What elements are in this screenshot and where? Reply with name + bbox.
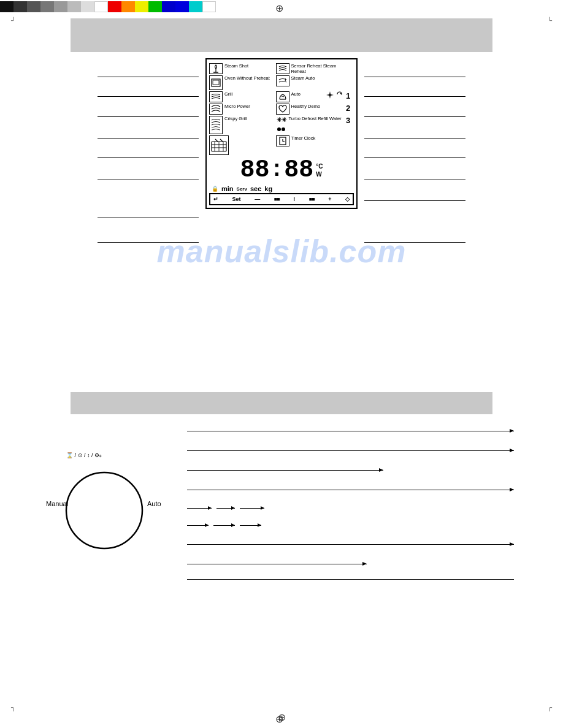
icon-grill-plate bbox=[209, 135, 229, 155]
dial-circle[interactable] bbox=[61, 468, 147, 556]
label-healthy-demo: Healthy Demo bbox=[291, 104, 343, 109]
ptr-left-5 bbox=[98, 157, 199, 158]
func-steam-auto: Steam Auto bbox=[276, 75, 343, 86]
svg-point-7 bbox=[282, 127, 285, 131]
ptr-left-6 bbox=[98, 180, 199, 180]
label-auto: Auto bbox=[291, 91, 323, 97]
color-gray3 bbox=[54, 1, 67, 12]
func-row-3: Grill Auto 1 bbox=[209, 91, 354, 102]
label-sensor-reheat: Sensor Reheat Steam Reheat bbox=[291, 63, 343, 74]
arrow-line-7 bbox=[187, 555, 514, 573]
icon-timer-clock bbox=[276, 135, 289, 146]
gray-band-top bbox=[71, 18, 492, 52]
bottom-text-row: 🔒 min Serv sec kg bbox=[209, 184, 354, 193]
ctrl-segments-1: ■■ bbox=[274, 196, 280, 202]
color-blue2 bbox=[175, 1, 189, 12]
ptr-left-4 bbox=[98, 138, 199, 138]
label-min: min bbox=[221, 185, 234, 192]
arrow-line-1 bbox=[187, 422, 514, 440]
arrow-head-2 bbox=[510, 449, 514, 452]
lcd-panel: Steam Shot Sensor Reheat Steam Reheat bbox=[205, 58, 358, 209]
func-row-5: Crispy Grill ✳✳ Turbo Defrost Refill Wat… bbox=[209, 116, 354, 134]
ctrl-segments-2: ■■ bbox=[309, 196, 315, 202]
arrow-head-6 bbox=[510, 542, 514, 546]
color-gray4 bbox=[67, 1, 81, 12]
ctrl-separator: ! bbox=[293, 196, 295, 202]
arrow-head-3 bbox=[379, 468, 383, 472]
arrow-line-1-line bbox=[187, 431, 514, 431]
mini-arrowhead-4 bbox=[205, 523, 209, 527]
ctrl-set[interactable]: Set bbox=[232, 196, 241, 202]
func-row-4: Micro Power Healthy Demo 2 bbox=[209, 104, 354, 115]
ptr-left-2 bbox=[98, 96, 199, 97]
label-steam-shot: Steam Shot bbox=[224, 63, 276, 69]
func-turbo-defrost: ✳✳ Turbo Defrost Refill Water bbox=[276, 116, 343, 133]
digit-colon: : bbox=[270, 159, 284, 181]
dial-svg bbox=[61, 468, 147, 553]
unit-column: °C W bbox=[316, 163, 323, 178]
label-grill: Grill bbox=[224, 91, 276, 97]
mini-arrow-5 bbox=[213, 525, 235, 526]
unit-watts: W bbox=[316, 171, 323, 178]
color-gray2 bbox=[40, 1, 54, 12]
arrow-head-4 bbox=[510, 488, 514, 491]
ptr-right-4 bbox=[364, 138, 465, 138]
ctrl-diamond[interactable]: ◇ bbox=[345, 196, 350, 202]
unit-celsius: °C bbox=[316, 163, 323, 170]
func-sensor-reheat: Sensor Reheat Steam Reheat bbox=[276, 63, 343, 74]
func-grill: Grill bbox=[209, 91, 276, 102]
digit-3: 8 bbox=[284, 158, 299, 183]
icon-oven bbox=[209, 75, 223, 90]
color-yellow bbox=[135, 1, 148, 12]
ptr-right-8 bbox=[364, 242, 465, 243]
mini-arrow-1 bbox=[187, 508, 212, 509]
crosshair-bottom-mark: ⊕ bbox=[278, 711, 286, 723]
color-red bbox=[108, 1, 121, 12]
arrow-line-2 bbox=[187, 441, 514, 460]
arrow-line-4-line bbox=[187, 490, 514, 490]
num-1: 1 bbox=[342, 91, 354, 102]
label-oven: Oven Without Preheat bbox=[224, 75, 276, 81]
func-row-2: Oven Without Preheat Steam Auto bbox=[209, 75, 354, 90]
bottom-section: ⌛ / ⊙ / ↕ / ⚙₈ Manual Auto bbox=[49, 422, 514, 679]
svg-point-17 bbox=[66, 472, 142, 548]
arrow-line-6 bbox=[187, 535, 514, 553]
ctrl-plus[interactable]: + bbox=[328, 196, 331, 202]
mini-arrowhead-1 bbox=[208, 506, 212, 510]
color-cyan bbox=[189, 1, 202, 12]
color-green bbox=[148, 1, 162, 12]
func-timer-clock: Timer Clock bbox=[276, 135, 343, 146]
func-grill-plate bbox=[209, 135, 276, 155]
icon-steam-auto bbox=[276, 75, 289, 86]
ptr-right-6 bbox=[364, 180, 465, 180]
arrow-line-3-line bbox=[187, 470, 383, 471]
func-healthy-demo: Healthy Demo bbox=[276, 104, 343, 115]
ptr-right-2 bbox=[364, 96, 465, 97]
crosshair-top bbox=[275, 2, 288, 15]
watermark: manualslib.com bbox=[157, 233, 407, 270]
arrow-line-6-line bbox=[187, 544, 514, 545]
color-black bbox=[0, 1, 13, 12]
label-serv: Serv bbox=[237, 186, 247, 192]
ptr-right-1 bbox=[364, 77, 465, 77]
digit-1: 8 bbox=[240, 158, 255, 183]
num-3: 3 bbox=[342, 116, 354, 126]
mini-arrow-3 bbox=[240, 508, 264, 509]
func-micro-power: Micro Power bbox=[209, 104, 276, 115]
svg-rect-3 bbox=[213, 80, 219, 85]
ctrl-return[interactable]: ↵ bbox=[213, 196, 218, 202]
icon-healthy-demo bbox=[276, 104, 289, 115]
label-micro-power: Micro Power bbox=[224, 104, 276, 109]
color-orange bbox=[121, 1, 135, 12]
color-blue bbox=[162, 1, 175, 12]
icon-micro-power bbox=[209, 104, 223, 115]
lock-icon: 🔒 bbox=[212, 186, 218, 192]
arrow-sub-row-top bbox=[187, 508, 514, 509]
ctrl-minus[interactable]: — bbox=[255, 196, 260, 202]
ptr-right-3 bbox=[364, 116, 465, 117]
icon-sparkle bbox=[326, 91, 334, 100]
gray-band-mid bbox=[71, 392, 492, 414]
mini-arrowhead-6 bbox=[258, 523, 261, 527]
ptr-left-3 bbox=[98, 116, 199, 117]
label-crispy-grill: Crispy Grill bbox=[224, 116, 276, 121]
